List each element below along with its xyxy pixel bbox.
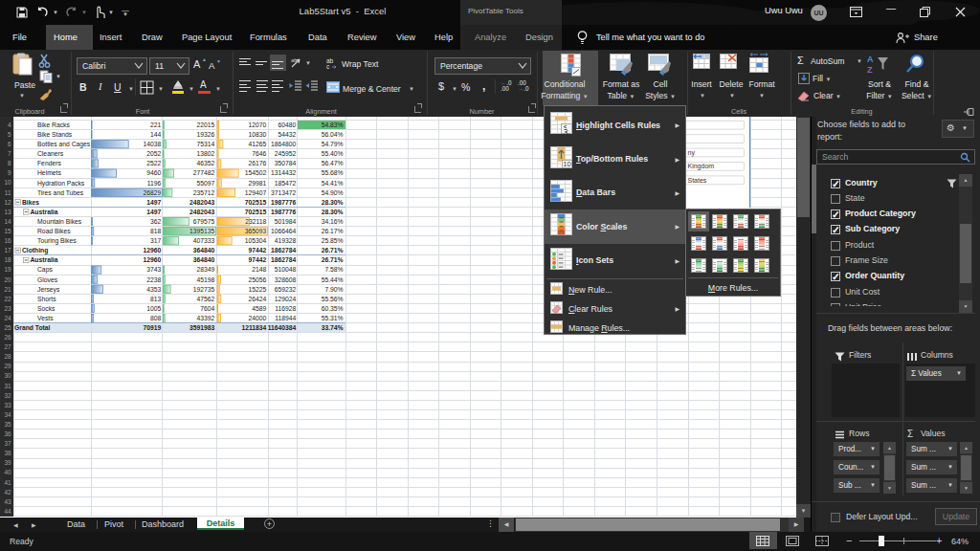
svg-text:29981: 29981 <box>249 180 267 187</box>
svg-text:365093: 365093 <box>245 228 267 234</box>
svg-text:5: 5 <box>8 131 11 138</box>
svg-text:1864800: 1864800 <box>271 141 297 147</box>
svg-text:70919: 70919 <box>144 324 162 331</box>
svg-text:26: 26 <box>4 334 11 341</box>
svg-text:Fenders: Fenders <box>37 160 61 166</box>
svg-text:501984: 501984 <box>275 218 297 225</box>
svg-text:54432: 54432 <box>278 131 297 138</box>
svg-text:c: c <box>326 63 330 70</box>
svg-text:350784: 350784 <box>275 160 297 166</box>
svg-text:129024: 129024 <box>275 296 297 302</box>
svg-text:11: 11 <box>5 189 11 196</box>
svg-text:510048: 510048 <box>275 266 297 273</box>
svg-text:328608: 328608 <box>275 276 297 283</box>
svg-text:6: 6 <box>8 141 11 147</box>
svg-text:Tires and Tubes: Tires and Tubes <box>37 189 84 196</box>
svg-text:22015: 22015 <box>197 121 215 128</box>
svg-text:28.30%: 28.30% <box>322 209 344 215</box>
svg-text:1395135: 1395135 <box>189 228 215 234</box>
svg-text:3743: 3743 <box>146 266 161 273</box>
svg-text:1497: 1497 <box>146 199 161 206</box>
svg-text:116928: 116928 <box>275 305 296 312</box>
svg-text:17: 17 <box>4 247 11 253</box>
svg-text:3591983: 3591983 <box>189 324 215 331</box>
svg-text:7604: 7604 <box>200 305 214 312</box>
svg-text:1987776: 1987776 <box>271 209 297 215</box>
svg-text:Jerseys: Jerseys <box>37 286 60 294</box>
svg-text:26.71%: 26.71% <box>322 256 344 263</box>
svg-text:192735: 192735 <box>193 286 215 293</box>
svg-text:9: 9 <box>8 169 11 176</box>
svg-text:Bottles and Cages: Bottles and Cages <box>37 141 91 148</box>
svg-text:26424: 26424 <box>249 296 267 302</box>
svg-text:25: 25 <box>4 324 11 331</box>
svg-text:39: 39 <box>4 459 11 466</box>
svg-text:3713472: 3713472 <box>271 189 297 196</box>
svg-text:47562: 47562 <box>197 296 215 302</box>
svg-text:35: 35 <box>4 421 11 428</box>
svg-text:9460: 9460 <box>146 169 161 176</box>
svg-text:7.58%: 7.58% <box>324 266 343 273</box>
svg-text:277482: 277482 <box>193 169 215 176</box>
svg-text:1862784: 1862784 <box>271 247 297 253</box>
svg-text:24000: 24000 <box>249 315 267 321</box>
svg-text:43: 43 <box>4 498 11 505</box>
svg-text:10: 10 <box>4 179 11 186</box>
svg-text:32: 32 <box>4 392 11 399</box>
svg-text:232118: 232118 <box>245 218 266 225</box>
svg-text:12070: 12070 <box>249 121 267 128</box>
svg-text:1196: 1196 <box>147 180 162 187</box>
svg-text:15: 15 <box>4 228 11 234</box>
svg-text:36: 36 <box>4 430 11 437</box>
svg-text:54.90%: 54.90% <box>322 189 344 196</box>
svg-text:Grand Total: Grand Total <box>14 324 51 331</box>
svg-text:702515: 702515 <box>245 209 267 215</box>
svg-text:317: 317 <box>150 237 162 244</box>
svg-text:362: 362 <box>150 218 162 225</box>
svg-text:54.79%: 54.79% <box>322 141 344 147</box>
svg-text:Vests: Vests <box>37 315 54 321</box>
svg-text:818: 818 <box>150 228 162 234</box>
svg-text:Australia: Australia <box>31 209 58 215</box>
svg-text:States: States <box>688 177 707 184</box>
svg-text:28349: 28349 <box>197 266 215 273</box>
svg-text:41: 41 <box>4 479 11 486</box>
svg-text:ny: ny <box>688 149 696 157</box>
svg-text:1211834: 1211834 <box>241 324 266 331</box>
svg-text:Mountain Bikes: Mountain Bikes <box>37 218 82 225</box>
svg-text:27: 27 <box>4 343 11 350</box>
svg-text:419328: 419328 <box>275 237 297 244</box>
svg-text:407333: 407333 <box>193 237 215 244</box>
svg-text:55.44%: 55.44% <box>322 276 344 283</box>
svg-text:2482043: 2482043 <box>189 209 215 215</box>
svg-text:1987776: 1987776 <box>271 199 297 206</box>
svg-text:4589: 4589 <box>252 305 266 312</box>
svg-text:26829: 26829 <box>144 189 162 196</box>
svg-text:55.31%: 55.31% <box>322 315 344 321</box>
svg-text:31: 31 <box>4 383 11 389</box>
svg-text:28: 28 <box>4 353 11 360</box>
svg-text:19: 19 <box>4 266 11 273</box>
svg-text:55097: 55097 <box>197 180 215 187</box>
svg-text:46352: 46352 <box>197 160 215 166</box>
svg-text:60.35%: 60.35% <box>322 305 344 312</box>
svg-text:2052: 2052 <box>146 150 161 157</box>
svg-text:Bike Stands: Bike Stands <box>37 131 73 138</box>
svg-text:33: 33 <box>4 402 11 408</box>
svg-text:19326: 19326 <box>197 131 215 138</box>
svg-text:13802: 13802 <box>197 150 215 157</box>
svg-text:2148: 2148 <box>252 266 266 273</box>
svg-text:7: 7 <box>8 150 11 157</box>
svg-text:ab: ab <box>291 57 298 63</box>
svg-text:Touring Bikes: Touring Bikes <box>37 237 77 245</box>
svg-text:26.71%: 26.71% <box>322 247 344 253</box>
svg-text:26.17%: 26.17% <box>322 228 344 234</box>
svg-text:Cleaners: Cleaners <box>37 150 64 157</box>
svg-text:Helmets: Helmets <box>37 169 61 176</box>
svg-text:29: 29 <box>4 363 11 369</box>
svg-text:75314: 75314 <box>197 141 215 147</box>
svg-text:1005: 1005 <box>146 305 161 312</box>
svg-text:1066464: 1066464 <box>271 228 297 234</box>
svg-text:25.85%: 25.85% <box>322 237 344 244</box>
svg-text:18: 18 <box>4 256 11 263</box>
